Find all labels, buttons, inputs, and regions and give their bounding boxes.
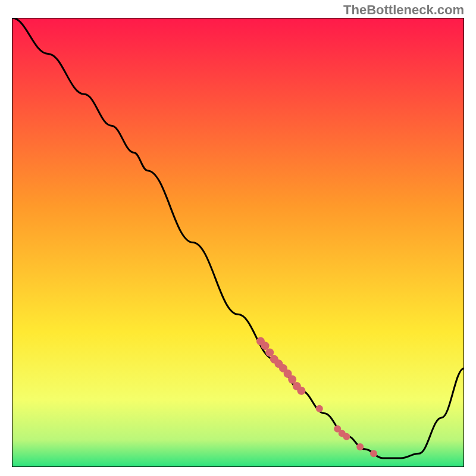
data-point [343, 433, 350, 440]
data-point [370, 450, 377, 457]
gradient-background [12, 18, 464, 467]
watermark-text: TheBottleneck.com [343, 2, 464, 18]
chart-container [12, 18, 464, 467]
bottleneck-chart [12, 18, 464, 467]
data-point [316, 405, 323, 412]
data-point [297, 387, 305, 395]
data-point [356, 443, 364, 450]
